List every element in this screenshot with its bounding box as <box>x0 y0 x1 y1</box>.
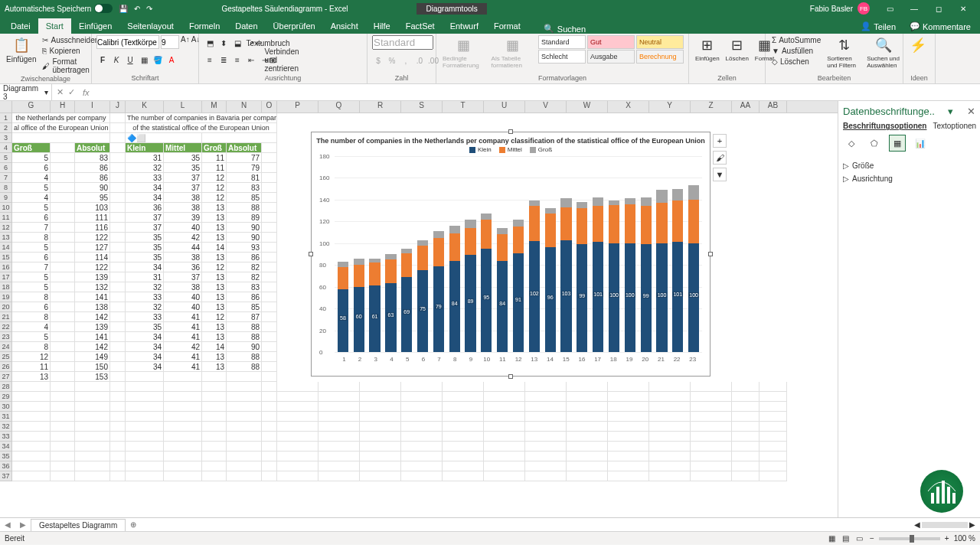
redo-icon[interactable]: ↷ <box>146 5 152 13</box>
chart-legend[interactable]: Klein Mittel Groß <box>312 146 710 156</box>
section-size[interactable]: ▷ Größe <box>843 159 975 172</box>
align-bot-icon[interactable]: ⬓ <box>231 37 243 49</box>
style-neutral[interactable]: Neutral <box>636 35 684 49</box>
align-right-icon[interactable]: ≡ <box>231 54 243 66</box>
bold-icon[interactable]: F <box>96 54 109 66</box>
zoom-in-icon[interactable]: + <box>945 534 949 543</box>
autosave-toggle[interactable]: Automatisches Speichern <box>5 4 113 13</box>
autosum-button[interactable]: Σ AutoSumme <box>770 35 822 45</box>
align-mid-icon[interactable]: ⬍ <box>217 37 230 49</box>
chart-styles-button[interactable]: 🖌 <box>713 151 727 165</box>
sheet-nav-prev-icon[interactable]: ◀ <box>0 520 15 529</box>
label-options-tab[interactable]: Beschriftungsoptionen <box>843 122 926 130</box>
section-align[interactable]: ▷ Ausrichtung <box>843 172 975 185</box>
sheet-tab-active[interactable]: Gestapeltes Diagramm <box>31 519 126 531</box>
tab-data[interactable]: Daten <box>227 18 265 34</box>
size-props-icon[interactable]: ▦ <box>889 135 906 152</box>
tab-view[interactable]: Ansicht <box>323 18 366 34</box>
clear-button[interactable]: ◇ Löschen <box>770 57 822 67</box>
view-normal-icon[interactable]: ▦ <box>826 534 838 543</box>
underline-icon[interactable]: U <box>124 54 136 66</box>
style-schlecht[interactable]: Schlecht <box>538 50 586 64</box>
cancel-formula-icon[interactable]: ✕ <box>57 87 64 97</box>
tab-help[interactable]: Hilfe <box>366 18 398 34</box>
view-layout-icon[interactable]: ▤ <box>840 534 851 543</box>
fill-color-icon[interactable]: 🪣 <box>152 54 164 66</box>
chart-filter-button[interactable]: ▼ <box>713 168 727 181</box>
effects-icon[interactable]: ⬠ <box>866 135 883 152</box>
align-left-icon[interactable]: ≡ <box>204 54 216 66</box>
inc-font-icon[interactable]: A↑ <box>181 35 190 49</box>
search-box[interactable]: 🔍 Suchen <box>544 24 586 34</box>
indent-dec-icon[interactable]: ⇤ <box>245 54 257 66</box>
zoom-out-icon[interactable]: − <box>870 534 874 543</box>
formula-input[interactable] <box>93 84 980 100</box>
tab-format[interactable]: Format <box>486 18 528 34</box>
doc-title: Gestapeltes Säulendiagramm - Excel <box>221 5 348 13</box>
pane-dropdown-icon[interactable]: ▾ <box>948 106 953 117</box>
italic-icon[interactable]: K <box>110 54 122 66</box>
tab-factset[interactable]: FactSet <box>398 18 443 34</box>
comments-button[interactable]: 💬 Kommentare <box>903 19 977 34</box>
chart-object[interactable]: The number of companies in the Netherlan… <box>311 132 710 377</box>
tab-formulas[interactable]: Formeln <box>181 18 227 34</box>
percent-icon[interactable]: % <box>386 54 398 67</box>
minimize-icon[interactable]: — <box>902 5 926 13</box>
style-bad[interactable]: Gut <box>587 35 635 49</box>
fill-button[interactable]: ▼ Ausfüllen <box>770 46 822 56</box>
sort-button[interactable]: ⇅Sortieren und Filtern <box>825 35 862 70</box>
font-color-icon[interactable]: A <box>165 54 178 66</box>
zoom-slider[interactable] <box>879 537 940 540</box>
find-button[interactable]: 🔍Suchen und Auswählen <box>865 35 902 70</box>
share-button[interactable]: 👤 Teilen <box>854 19 902 34</box>
pane-close-icon[interactable]: ✕ <box>967 106 975 117</box>
tab-start[interactable]: Start <box>38 18 71 34</box>
style-output[interactable]: Ausgabe <box>587 50 635 64</box>
column-headers[interactable]: GHIJKLMNOPQRSTUVWXYZAAAB <box>0 101 838 113</box>
text-options-tab[interactable]: Textoptionen <box>933 122 976 130</box>
tab-insert[interactable]: Einfügen <box>71 18 119 34</box>
paste-button[interactable]: 📋Einfügen <box>5 35 38 65</box>
insert-cells-button[interactable]: ⊞Einfügen <box>694 35 721 64</box>
user-account[interactable]: Fabio Basler FB <box>810 2 870 15</box>
chart-tools-tab: Diagrammtools <box>416 3 486 15</box>
label-options-icon[interactable]: 📊 <box>912 135 929 152</box>
ribbon-options-icon[interactable]: ▭ <box>877 5 902 13</box>
align-center-icon[interactable]: ≣ <box>217 54 230 66</box>
ideas-button[interactable]: ⚡ <box>908 35 928 55</box>
view-break-icon[interactable]: ▭ <box>854 534 865 543</box>
tab-layout[interactable]: Seitenlayout <box>119 18 181 34</box>
undo-icon[interactable]: ↶ <box>134 5 140 13</box>
fill-line-icon[interactable]: ◇ <box>843 135 860 152</box>
save-icon[interactable]: 💾 <box>119 5 128 13</box>
comma-icon[interactable]: , <box>400 54 412 67</box>
merge-button[interactable]: ⊞ Verbinden und zentrieren <box>273 54 285 66</box>
align-top-icon[interactable]: ⬒ <box>204 37 216 49</box>
accept-formula-icon[interactable]: ✓ <box>68 87 75 97</box>
font-name-input[interactable] <box>96 35 159 49</box>
as-table-button[interactable]: ▦Als Tabelle formatieren <box>490 35 535 70</box>
currency-icon[interactable]: $ <box>372 54 384 67</box>
close-icon[interactable]: ✕ <box>951 5 975 13</box>
chart-plot-area[interactable]: 0204060801001201401601805860616369757984… <box>319 156 702 363</box>
maximize-icon[interactable]: ◻ <box>926 5 951 13</box>
sheet-nav-next-icon[interactable]: ▶ <box>15 520 31 529</box>
border-icon[interactable]: ▦ <box>138 54 150 66</box>
name-box[interactable]: Diagramm 3▾ <box>0 84 52 100</box>
chart-title[interactable]: The number of companies in the Netherlan… <box>312 132 710 146</box>
style-standard[interactable]: Standard <box>538 35 586 49</box>
dec-inc-icon[interactable]: .0 <box>413 54 426 67</box>
tab-review[interactable]: Überprüfen <box>266 18 323 34</box>
zoom-level[interactable]: 100 % <box>954 534 975 543</box>
tab-design[interactable]: Entwurf <box>443 18 486 34</box>
cond-format-button[interactable]: ▦Bedingte Formatierung <box>441 35 487 70</box>
fx-icon[interactable]: fx <box>80 88 93 97</box>
tab-file[interactable]: Datei <box>3 18 38 34</box>
row-headers[interactable]: 1234567891011121314151617181920212223242… <box>0 113 12 481</box>
style-calc[interactable]: Berechnung <box>636 50 684 64</box>
font-size-input[interactable] <box>161 35 179 49</box>
delete-cells-button[interactable]: ⊟Löschen <box>724 35 750 64</box>
chart-elements-button[interactable]: + <box>713 134 727 148</box>
number-format-select[interactable] <box>372 35 433 50</box>
add-sheet-icon[interactable]: ⊕ <box>126 520 141 529</box>
